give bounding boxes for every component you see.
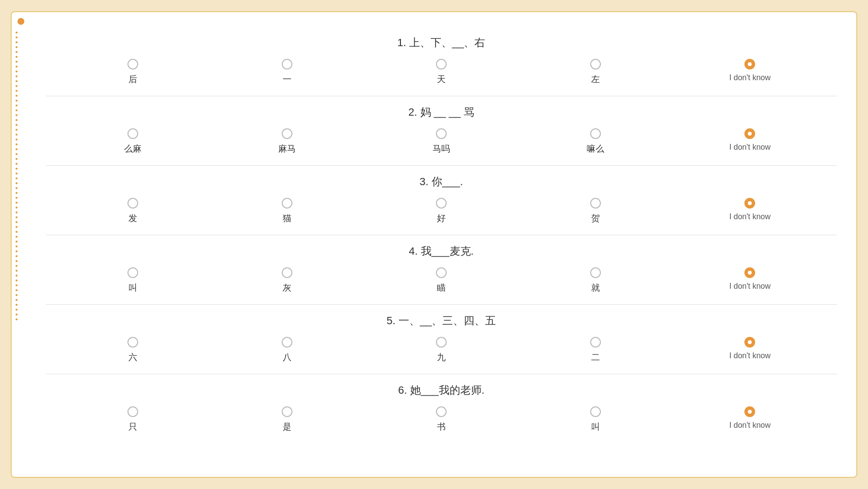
radio-circle-4-3[interactable] — [590, 267, 601, 278]
radio-circle-5-3[interactable] — [590, 337, 601, 348]
quiz-section: 1. 上、下、__、右后一天左I don't know2. 妈 __ __ 骂么… — [46, 27, 837, 443]
question-title-4: 4. 我___麦克. — [46, 244, 837, 259]
option-label-2-1: 麻马 — [278, 143, 296, 155]
option-item-4-2[interactable]: 瞄 — [412, 267, 470, 294]
option-item-4-3[interactable]: 就 — [566, 267, 625, 294]
option-label-3-1: 猫 — [283, 212, 291, 224]
radio-circle-3-3[interactable] — [590, 198, 601, 209]
option-label-6-3: 叫 — [591, 421, 600, 433]
option-label-4-4: I don't know — [729, 282, 771, 291]
radio-circle-4-1[interactable] — [282, 267, 292, 278]
radio-circle-4-0[interactable] — [127, 267, 138, 278]
option-item-5-2[interactable]: 九 — [412, 337, 470, 363]
option-label-5-1: 八 — [283, 351, 291, 363]
option-item-3-4[interactable]: I don't know — [721, 198, 779, 221]
option-item-3-3[interactable]: 贺 — [566, 198, 625, 224]
option-item-3-0[interactable]: 发 — [104, 198, 162, 224]
option-item-6-0[interactable]: 只 — [104, 406, 162, 433]
question-block-1: 1. 上、下、__、右后一天左I don't know — [46, 27, 837, 96]
question-title-5: 5. 一、__、三、四、五 — [46, 314, 837, 328]
option-label-6-2: 书 — [437, 421, 446, 433]
question-title-3: 3. 你___. — [46, 175, 837, 189]
radio-circle-3-4[interactable] — [744, 198, 755, 209]
radio-circle-4-4[interactable] — [744, 267, 755, 278]
question-title-1: 1. 上、下、__、右 — [46, 35, 837, 50]
option-label-1-3: 左 — [591, 73, 600, 85]
option-item-3-2[interactable]: 好 — [412, 198, 470, 224]
corner-dot — [18, 18, 24, 25]
option-label-5-2: 九 — [437, 351, 446, 363]
option-item-6-2[interactable]: 书 — [412, 406, 470, 433]
option-item-5-3[interactable]: 二 — [566, 337, 625, 363]
option-item-1-0[interactable]: 后 — [104, 59, 162, 85]
option-item-1-1[interactable]: 一 — [258, 59, 316, 85]
radio-circle-1-3[interactable] — [590, 59, 601, 70]
option-item-4-4[interactable]: I don't know — [721, 267, 779, 291]
radio-circle-2-0[interactable] — [127, 128, 138, 139]
option-item-4-1[interactable]: 灰 — [258, 267, 316, 294]
radio-circle-5-2[interactable] — [436, 337, 447, 348]
option-label-3-0: 发 — [128, 212, 137, 224]
option-label-2-0: 么麻 — [124, 143, 142, 155]
radio-circle-5-0[interactable] — [127, 337, 138, 348]
radio-circle-3-0[interactable] — [127, 198, 138, 209]
option-label-1-2: 天 — [437, 73, 446, 85]
options-row-1: 后一天左I don't know — [46, 59, 837, 85]
question-block-2: 2. 妈 __ __ 骂么麻麻马马吗嘛么I don't know — [46, 96, 837, 166]
option-item-2-1[interactable]: 麻马 — [258, 128, 316, 155]
option-item-5-4[interactable]: I don't know — [721, 337, 779, 360]
option-item-2-2[interactable]: 马吗 — [412, 128, 470, 155]
question-block-5: 5. 一、__、三、四、五六八九二I don't know — [46, 305, 837, 374]
option-item-1-2[interactable]: 天 — [412, 59, 470, 85]
option-item-5-1[interactable]: 八 — [258, 337, 316, 363]
option-label-4-3: 就 — [591, 282, 600, 294]
options-row-6: 只是书叫I don't know — [46, 406, 837, 433]
quiz-page: 1. 上、下、__、右后一天左I don't know2. 妈 __ __ 骂么… — [11, 11, 857, 478]
option-label-3-2: 好 — [437, 212, 446, 224]
radio-circle-6-2[interactable] — [436, 406, 447, 417]
option-item-6-4[interactable]: I don't know — [721, 406, 779, 430]
option-label-5-0: 六 — [128, 351, 137, 363]
radio-circle-3-1[interactable] — [282, 198, 292, 209]
option-item-5-0[interactable]: 六 — [104, 337, 162, 363]
option-label-4-0: 叫 — [128, 282, 137, 294]
radio-circle-1-2[interactable] — [436, 59, 447, 70]
option-item-4-0[interactable]: 叫 — [104, 267, 162, 294]
option-item-2-4[interactable]: I don't know — [721, 128, 779, 152]
option-item-2-3[interactable]: 嘛么 — [566, 128, 625, 155]
radio-circle-3-2[interactable] — [436, 198, 447, 209]
question-block-3: 3. 你___.发猫好贺I don't know — [46, 166, 837, 235]
option-item-1-4[interactable]: I don't know — [721, 59, 779, 82]
radio-circle-1-0[interactable] — [127, 59, 138, 70]
radio-circle-2-3[interactable] — [590, 128, 601, 139]
option-label-4-1: 灰 — [283, 282, 291, 294]
option-item-6-1[interactable]: 是 — [258, 406, 316, 433]
left-dots-decoration — [16, 32, 18, 467]
option-label-6-1: 是 — [283, 421, 291, 433]
radio-circle-6-3[interactable] — [590, 406, 601, 417]
radio-circle-2-4[interactable] — [744, 128, 755, 139]
question-block-6: 6. 她___我的老师.只是书叫I don't know — [46, 374, 837, 443]
option-item-6-3[interactable]: 叫 — [566, 406, 625, 433]
radio-circle-2-2[interactable] — [436, 128, 447, 139]
radio-circle-5-1[interactable] — [282, 337, 292, 348]
radio-circle-6-4[interactable] — [744, 406, 755, 417]
option-item-2-0[interactable]: 么麻 — [104, 128, 162, 155]
option-label-2-3: 嘛么 — [587, 143, 604, 155]
option-label-1-1: 一 — [283, 73, 291, 85]
option-item-1-3[interactable]: 左 — [566, 59, 625, 85]
option-label-5-3: 二 — [591, 351, 600, 363]
question-title-6: 6. 她___我的老师. — [46, 383, 837, 398]
option-label-3-3: 贺 — [591, 212, 600, 224]
option-label-1-4: I don't know — [729, 73, 771, 82]
radio-circle-1-4[interactable] — [744, 59, 755, 70]
radio-circle-5-4[interactable] — [744, 337, 755, 348]
radio-circle-6-1[interactable] — [282, 406, 292, 417]
radio-circle-6-0[interactable] — [127, 406, 138, 417]
option-item-3-1[interactable]: 猫 — [258, 198, 316, 224]
option-label-3-4: I don't know — [729, 212, 771, 221]
radio-circle-4-2[interactable] — [436, 267, 447, 278]
radio-circle-1-1[interactable] — [282, 59, 292, 70]
radio-circle-2-1[interactable] — [282, 128, 292, 139]
option-label-5-4: I don't know — [729, 351, 771, 360]
